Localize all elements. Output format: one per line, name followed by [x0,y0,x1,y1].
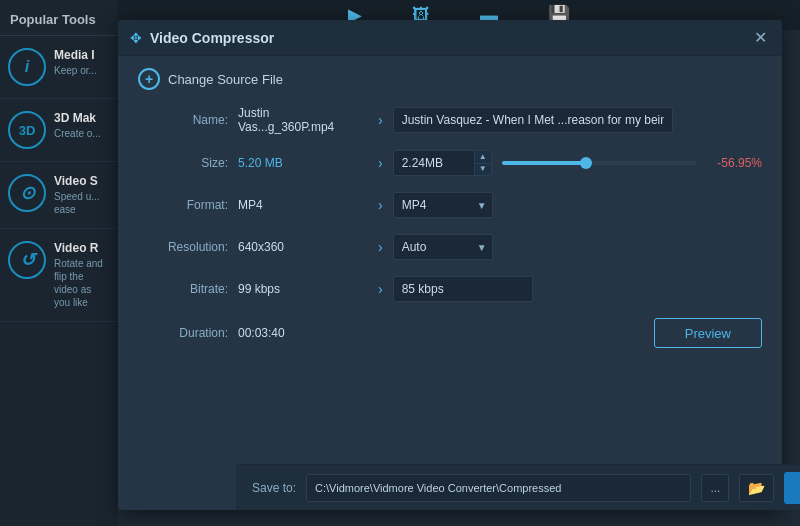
save-path-input[interactable] [306,474,691,502]
bitrate-label: Bitrate: [138,282,228,296]
bottom-bar: Save to: ... 📂 Compress [236,464,800,510]
sidebar-header: Popular Tools [0,0,118,36]
open-folder-button[interactable]: 📂 [739,474,774,502]
video-compressor-dialog: ✥ Video Compressor ✕ + Change Source Fil… [118,20,782,510]
resolution-row: Resolution: 640x360 › Auto 1080p 720p 48… [138,234,762,260]
more-options-button[interactable]: ... [701,474,729,502]
size-arrow-icon: › [378,155,383,171]
resolution-select[interactable]: Auto 1080p 720p 480p 360p [393,234,493,260]
bitrate-row: Bitrate: 99 kbps › [138,276,762,302]
add-icon: + [138,68,160,90]
modal-title-bar: ✥ Video Compressor ✕ [118,20,782,56]
size-slider-track[interactable] [502,161,697,165]
compress-button[interactable]: Compress [784,472,800,504]
change-source-label: Change Source File [168,72,283,87]
size-slider-value: -56.95% [707,156,762,170]
media-info-title: Media I [54,48,97,62]
name-label: Name: [138,113,228,127]
3d-maker-title: 3D Mak [54,111,101,125]
size-slider-area: -56.95% [502,156,762,170]
size-decrement[interactable]: ▼ [475,164,491,176]
preview-button[interactable]: Preview [654,318,762,348]
video-rotate-title: Video R [54,241,110,255]
resolution-arrow-icon: › [378,239,383,255]
duration-row: Duration: 00:03:40 Preview [138,318,762,348]
bitrate-arrow-icon: › [378,281,383,297]
bitrate-input[interactable] [393,276,533,302]
duration-left-value: 00:03:40 [238,326,368,340]
name-input[interactable] [393,107,673,133]
save-label: Save to: [252,481,296,495]
name-row: Name: Justin Vas...g_360P.mp4 › [138,106,762,134]
format-arrow-icon: › [378,197,383,213]
close-button[interactable]: ✕ [750,28,770,47]
size-row: Size: 5.20 MB › ▲ ▼ -56.95% [138,150,762,176]
size-left-value: 5.20 MB [238,156,368,170]
form-area: Name: Justin Vas...g_360P.mp4 › Size: 5.… [138,106,762,498]
compressor-title-icon: ✥ [130,30,142,46]
media-info-desc: Keep or... [54,64,97,77]
resolution-label: Resolution: [138,240,228,254]
resolution-select-wrapper: Auto 1080p 720p 480p 360p ▼ [393,234,493,260]
media-info-icon: i [8,48,46,86]
format-left-value: MP4 [238,198,368,212]
format-row: Format: MP4 › MP4 AVI MKV MOV ▼ [138,192,762,218]
size-spinner[interactable]: ▲ ▼ [393,150,492,176]
video-rotate-desc: Rotate and flip the video as you like [54,257,110,309]
video-rotate-icon: ↺ [8,241,46,279]
3d-maker-icon: 3D [8,111,46,149]
change-source-button[interactable]: + Change Source File [138,68,762,90]
sidebar-item-media-info[interactable]: i Media I Keep or... [0,36,118,99]
size-slider-fill [502,161,586,165]
format-select[interactable]: MP4 AVI MKV MOV [393,192,493,218]
sidebar-item-3d-maker[interactable]: 3D 3D Mak Create o... [0,99,118,162]
bitrate-left-value: 99 kbps [238,282,368,296]
modal-body: + Change Source File Name: Justin Vas...… [118,56,782,510]
format-select-wrapper: MP4 AVI MKV MOV ▼ [393,192,493,218]
size-slider-thumb [580,157,592,169]
name-arrow-icon: › [378,112,383,128]
video-speed-title: Video S [54,174,100,188]
format-label: Format: [138,198,228,212]
name-left-value: Justin Vas...g_360P.mp4 [238,106,368,134]
3d-maker-desc: Create o... [54,127,101,140]
video-speed-desc: Speed u...ease [54,190,100,216]
sidebar-item-video-rotate[interactable]: ↺ Video R Rotate and flip the video as y… [0,229,118,322]
modal-title: Video Compressor [150,30,742,46]
size-increment[interactable]: ▲ [475,151,491,164]
sidebar-item-video-speed[interactable]: ⊙ Video S Speed u...ease [0,162,118,229]
size-input[interactable] [394,151,474,175]
resolution-left-value: 640x360 [238,240,368,254]
duration-label: Duration: [138,326,228,340]
sidebar: Popular Tools i Media I Keep or... 3D 3D… [0,0,118,526]
video-speed-icon: ⊙ [8,174,46,212]
size-label: Size: [138,156,228,170]
